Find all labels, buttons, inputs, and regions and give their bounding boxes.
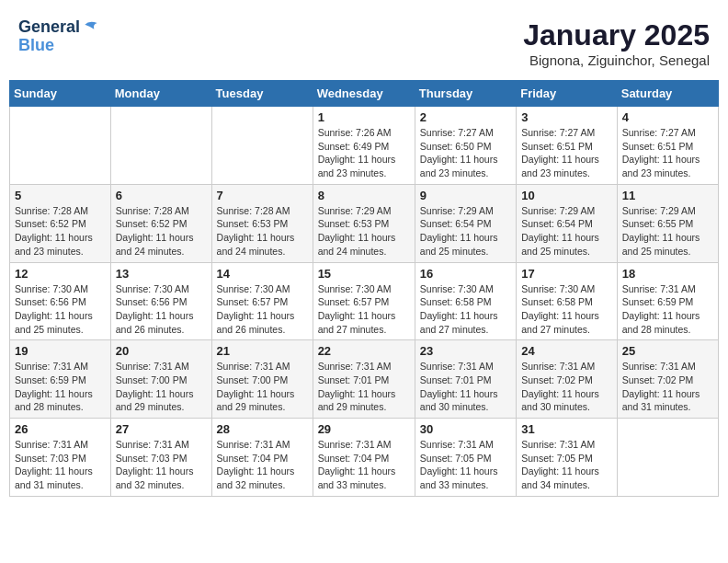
day-number: 27 bbox=[116, 422, 207, 436]
calendar-cell: 1Sunrise: 7:26 AMSunset: 6:49 PMDaylight… bbox=[313, 107, 415, 185]
cell-line: Daylight: 11 hours and 24 minutes. bbox=[116, 232, 194, 257]
cell-line: Daylight: 11 hours and 26 minutes. bbox=[116, 310, 194, 335]
day-number: 3 bbox=[521, 110, 612, 124]
calendar-cell: 26Sunrise: 7:31 AMSunset: 7:03 PMDayligh… bbox=[10, 419, 111, 497]
cell-content: Sunrise: 7:31 AMSunset: 7:02 PMDaylight:… bbox=[622, 360, 713, 414]
cell-line: Sunset: 6:54 PM bbox=[521, 218, 593, 229]
cell-content: Sunrise: 7:31 AMSunset: 7:04 PMDaylight:… bbox=[318, 438, 410, 492]
cell-line: Daylight: 11 hours and 31 minutes. bbox=[15, 465, 93, 490]
calendar-cell: 4Sunrise: 7:27 AMSunset: 6:51 PMDaylight… bbox=[617, 107, 718, 185]
cell-line: Daylight: 11 hours and 33 minutes. bbox=[420, 465, 498, 490]
cell-line: Sunset: 7:05 PM bbox=[521, 453, 593, 464]
day-number: 29 bbox=[318, 422, 410, 436]
cell-line: Sunrise: 7:31 AM bbox=[318, 439, 392, 450]
day-number: 10 bbox=[521, 189, 612, 202]
calendar-cell: 9Sunrise: 7:29 AMSunset: 6:54 PMDaylight… bbox=[415, 184, 516, 262]
cell-line: Daylight: 11 hours and 28 minutes. bbox=[15, 388, 93, 413]
cell-line: Daylight: 11 hours and 27 minutes. bbox=[420, 310, 498, 335]
day-number: 15 bbox=[318, 267, 410, 281]
calendar-header-sunday: Sunday bbox=[10, 81, 111, 107]
cell-content: Sunrise: 7:28 AMSunset: 6:53 PMDaylight:… bbox=[217, 204, 308, 259]
day-number: 14 bbox=[217, 267, 308, 281]
day-number: 21 bbox=[217, 344, 308, 358]
cell-line: Sunrise: 7:29 AM bbox=[318, 205, 392, 216]
day-number: 1 bbox=[318, 110, 410, 124]
calendar-cell: 10Sunrise: 7:29 AMSunset: 6:54 PMDayligh… bbox=[517, 184, 618, 262]
cell-line: Sunset: 6:53 PM bbox=[318, 218, 390, 229]
cell-line: Sunset: 7:00 PM bbox=[217, 374, 289, 385]
cell-line: Daylight: 11 hours and 25 minutes. bbox=[420, 232, 498, 257]
calendar-cell: 8Sunrise: 7:29 AMSunset: 6:53 PMDaylight… bbox=[313, 184, 415, 262]
cell-line: Sunrise: 7:31 AM bbox=[420, 361, 494, 372]
calendar-cell bbox=[10, 107, 111, 185]
calendar-cell: 24Sunrise: 7:31 AMSunset: 7:02 PMDayligh… bbox=[517, 340, 618, 419]
cell-line: Sunrise: 7:31 AM bbox=[15, 361, 88, 372]
calendar-week-3: 12Sunrise: 7:30 AMSunset: 6:56 PMDayligh… bbox=[10, 262, 719, 340]
cell-line: Daylight: 11 hours and 31 minutes. bbox=[622, 388, 700, 413]
cell-line: Sunrise: 7:28 AM bbox=[217, 205, 290, 216]
calendar-header-saturday: Saturday bbox=[617, 81, 718, 107]
day-number: 11 bbox=[622, 189, 713, 202]
day-number: 17 bbox=[521, 267, 612, 281]
cell-content: Sunrise: 7:31 AMSunset: 7:04 PMDaylight:… bbox=[217, 438, 308, 492]
cell-content: Sunrise: 7:31 AMSunset: 7:00 PMDaylight:… bbox=[217, 360, 308, 414]
cell-content: Sunrise: 7:30 AMSunset: 6:57 PMDaylight:… bbox=[318, 282, 410, 337]
cell-line: Sunrise: 7:30 AM bbox=[15, 283, 88, 294]
calendar-header-friday: Friday bbox=[517, 81, 618, 107]
cell-content: Sunrise: 7:27 AMSunset: 6:51 PMDaylight:… bbox=[521, 126, 612, 180]
calendar-header-tuesday: Tuesday bbox=[211, 81, 313, 107]
cell-line: Sunset: 6:54 PM bbox=[420, 218, 492, 229]
cell-content: Sunrise: 7:29 AMSunset: 6:54 PMDaylight:… bbox=[420, 204, 511, 259]
cell-content: Sunrise: 7:30 AMSunset: 6:57 PMDaylight:… bbox=[217, 282, 308, 337]
cell-line: Daylight: 11 hours and 23 minutes. bbox=[318, 154, 396, 178]
cell-content: Sunrise: 7:29 AMSunset: 6:55 PMDaylight:… bbox=[622, 204, 713, 259]
cell-line: Sunrise: 7:31 AM bbox=[521, 361, 595, 372]
calendar-week-2: 5Sunrise: 7:28 AMSunset: 6:52 PMDaylight… bbox=[10, 184, 719, 262]
cell-line: Sunset: 7:04 PM bbox=[318, 453, 390, 464]
calendar-week-1: 1Sunrise: 7:26 AMSunset: 6:49 PMDaylight… bbox=[10, 107, 719, 185]
cell-content: Sunrise: 7:30 AMSunset: 6:58 PMDaylight:… bbox=[521, 282, 612, 337]
calendar-week-4: 19Sunrise: 7:31 AMSunset: 6:59 PMDayligh… bbox=[10, 340, 719, 419]
cell-line: Sunset: 6:50 PM bbox=[420, 141, 492, 152]
cell-line: Sunrise: 7:29 AM bbox=[420, 205, 494, 216]
calendar-header-monday: Monday bbox=[110, 81, 211, 107]
calendar-cell: 17Sunrise: 7:30 AMSunset: 6:58 PMDayligh… bbox=[517, 262, 618, 340]
calendar-header-thursday: Thursday bbox=[415, 81, 516, 107]
cell-line: Sunset: 6:51 PM bbox=[521, 141, 593, 152]
day-number: 19 bbox=[15, 344, 106, 358]
cell-line: Sunrise: 7:30 AM bbox=[521, 283, 595, 294]
calendar-cell: 5Sunrise: 7:28 AMSunset: 6:52 PMDaylight… bbox=[10, 184, 111, 262]
day-number: 6 bbox=[116, 189, 207, 202]
calendar-cell: 18Sunrise: 7:31 AMSunset: 6:59 PMDayligh… bbox=[617, 262, 718, 340]
cell-line: Daylight: 11 hours and 23 minutes. bbox=[622, 154, 700, 178]
calendar-cell: 15Sunrise: 7:30 AMSunset: 6:57 PMDayligh… bbox=[313, 262, 415, 340]
cell-line: Sunset: 6:59 PM bbox=[622, 296, 694, 307]
cell-line: Daylight: 11 hours and 32 minutes. bbox=[217, 465, 295, 490]
cell-line: Sunrise: 7:26 AM bbox=[318, 127, 392, 138]
day-number: 16 bbox=[420, 267, 511, 281]
main-title: January 2025 bbox=[523, 18, 710, 52]
cell-line: Sunrise: 7:29 AM bbox=[521, 205, 595, 216]
cell-content: Sunrise: 7:31 AMSunset: 7:00 PMDaylight:… bbox=[116, 360, 207, 414]
cell-content: Sunrise: 7:28 AMSunset: 6:52 PMDaylight:… bbox=[15, 204, 106, 259]
calendar-cell: 6Sunrise: 7:28 AMSunset: 6:52 PMDaylight… bbox=[110, 184, 211, 262]
calendar-cell bbox=[211, 107, 313, 185]
cell-line: Daylight: 11 hours and 34 minutes. bbox=[521, 465, 599, 490]
calendar-table: SundayMondayTuesdayWednesdayThursdayFrid… bbox=[9, 80, 719, 497]
cell-line: Sunrise: 7:31 AM bbox=[622, 361, 696, 372]
cell-content: Sunrise: 7:31 AMSunset: 7:01 PMDaylight:… bbox=[420, 360, 511, 414]
cell-line: Sunrise: 7:28 AM bbox=[116, 205, 189, 216]
cell-line: Sunset: 6:56 PM bbox=[15, 296, 86, 307]
day-number: 31 bbox=[521, 422, 612, 436]
cell-line: Sunset: 6:52 PM bbox=[15, 218, 86, 229]
title-area: January 2025 Bignona, Ziguinchor, Senega… bbox=[523, 18, 710, 68]
calendar-cell: 11Sunrise: 7:29 AMSunset: 6:55 PMDayligh… bbox=[617, 184, 718, 262]
cell-line: Daylight: 11 hours and 23 minutes. bbox=[521, 154, 599, 178]
cell-line: Sunset: 6:52 PM bbox=[116, 218, 188, 229]
cell-content: Sunrise: 7:31 AMSunset: 6:59 PMDaylight:… bbox=[622, 282, 713, 337]
calendar-header-row: SundayMondayTuesdayWednesdayThursdayFrid… bbox=[10, 81, 719, 107]
day-number: 12 bbox=[15, 267, 106, 281]
calendar-cell: 25Sunrise: 7:31 AMSunset: 7:02 PMDayligh… bbox=[617, 340, 718, 419]
logo-blue-text: Blue bbox=[18, 37, 100, 55]
cell-line: Sunrise: 7:31 AM bbox=[622, 283, 696, 294]
